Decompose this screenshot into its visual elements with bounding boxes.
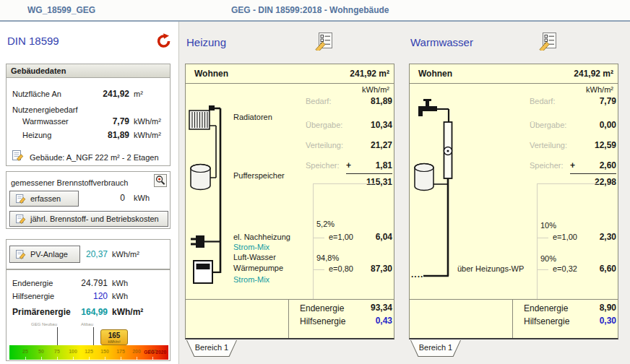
bracket-line bbox=[537, 183, 599, 184]
generator-share: 90% bbox=[540, 254, 556, 263]
fuel-unit: kWh bbox=[134, 194, 150, 202]
area-value: 241,92 bbox=[86, 89, 129, 99]
bracket-line bbox=[313, 183, 375, 184]
generator-carrier: Strom-Mix bbox=[233, 275, 269, 284]
title-bar: WG_18599_GEG GEG - DIN 18599:2018 - Wohn… bbox=[0, 0, 630, 22]
pv-unit: kWh/m² bbox=[112, 250, 139, 259]
dhw-panel: Wohnen 241,92 m² kWh/m² Bedarf: 7,79 Übe… bbox=[409, 64, 618, 339]
marker-old-line bbox=[93, 327, 94, 345]
bar-tick bbox=[57, 357, 58, 360]
bar-tick bbox=[25, 357, 26, 360]
dhw-zone-tab[interactable]: Bereich 1 bbox=[410, 340, 461, 357]
building-info[interactable]: Gebäude: A_NGF 222 m² - 2 Etagen bbox=[30, 153, 159, 162]
zone-area: 241,92 m² bbox=[574, 69, 613, 79]
emitter-label: Radiatoren bbox=[233, 113, 272, 121]
bedarf-value: 81,89 bbox=[346, 96, 392, 106]
main-window: WG_18599_GEG GEG - DIN 18599:2018 - Wohn… bbox=[0, 0, 630, 364]
pv-value: 20,37 bbox=[64, 249, 108, 259]
scale-tick: 125 bbox=[81, 349, 97, 354]
buffer-tank-icon bbox=[191, 165, 210, 190]
valve-icon bbox=[209, 105, 215, 110]
generator-value: 87,30 bbox=[346, 264, 392, 274]
generator-value: 6,60 bbox=[570, 264, 616, 274]
pipe-continuation-dots: .... bbox=[411, 269, 423, 280]
bracket-tick bbox=[313, 269, 324, 270]
bracket-tick bbox=[313, 238, 324, 238]
verteilung-label: Verteilung: bbox=[530, 141, 567, 150]
heat-pump-icon bbox=[194, 261, 220, 283]
speicher-value: 2,60 bbox=[570, 160, 616, 170]
scale-tick: 75 bbox=[49, 349, 65, 354]
bracket-tick bbox=[537, 269, 548, 270]
bracket-line bbox=[537, 183, 538, 299]
dhw-edit-icon[interactable] bbox=[539, 32, 558, 51]
primary-energy-label: Primärenergie bbox=[12, 307, 71, 317]
storage-tank-icon bbox=[415, 164, 433, 191]
sum-line bbox=[570, 173, 616, 174]
record-fuel-label: erfassen bbox=[30, 194, 61, 203]
totals-divider-v bbox=[512, 299, 513, 338]
costs-button[interactable]: jährl. Brennstoff- und Betriebskosten bbox=[9, 211, 168, 227]
speicher-value: 1,81 bbox=[346, 160, 392, 170]
preview-icon[interactable] bbox=[154, 174, 167, 187]
unit-header: kWh/m² bbox=[362, 85, 389, 94]
speicher-label: Speicher: bbox=[306, 161, 339, 170]
bedarf-value: 7,79 bbox=[570, 96, 616, 106]
heat-label: Heizung bbox=[22, 131, 51, 139]
scale-tick: 150 bbox=[97, 349, 113, 354]
uebergabe-value: 10,34 bbox=[346, 120, 392, 130]
pv-label: PV-Anlage bbox=[30, 250, 68, 259]
document-title: GEG - DIN 18599:2018 - Wohngebäude bbox=[231, 5, 389, 15]
generator-share: 94,8% bbox=[316, 254, 339, 262]
area-label: Nutzfläche An bbox=[12, 90, 61, 98]
heating-zone-tab[interactable]: Bereich 1 bbox=[186, 340, 237, 357]
zone-name: Wohnen bbox=[194, 69, 228, 79]
generator-name: el. Nachheizung bbox=[233, 233, 290, 241]
badge-unit: kWh/m² bbox=[101, 339, 127, 344]
uebergabe-label: Übergabe: bbox=[306, 121, 342, 129]
dhw-value: 7,79 bbox=[86, 116, 129, 126]
bracket-line bbox=[313, 183, 314, 299]
final-energy-value: 24.791 bbox=[64, 278, 108, 288]
generator-name2: Wärmepumpe bbox=[233, 264, 283, 272]
generator-share: 5,2% bbox=[316, 220, 335, 228]
sidebar-title: DIN 18599 bbox=[7, 35, 59, 47]
generator-share: 10% bbox=[540, 221, 556, 230]
unit-header: kWh/m² bbox=[586, 85, 613, 94]
pv-box: PV-Anlage 20,37 kWh/m² bbox=[6, 239, 171, 269]
bracket-tick bbox=[537, 238, 548, 238]
edit-building-icon[interactable] bbox=[12, 150, 25, 161]
primary-energy-badge: 165 kWh/m² bbox=[100, 329, 128, 345]
record-fuel-button[interactable]: erfassen bbox=[9, 191, 79, 207]
marker-old-label: Altbau bbox=[76, 322, 93, 326]
dhw-title: Warmwasser bbox=[410, 36, 473, 48]
scale-tick: 175 bbox=[113, 349, 129, 354]
heating-edit-icon[interactable] bbox=[315, 32, 334, 51]
verteilung-value: 21,27 bbox=[346, 140, 392, 150]
panel-final-label: Endenergie bbox=[524, 303, 568, 313]
scale-tick: 25 bbox=[17, 349, 33, 354]
speicher-label: Speicher: bbox=[530, 161, 563, 170]
zone-header: Wohnen 241,92 m² bbox=[410, 64, 618, 84]
refresh-icon[interactable] bbox=[156, 33, 172, 49]
sum-line bbox=[346, 173, 392, 174]
bar-tick bbox=[105, 357, 105, 360]
final-energy-unit: kWh bbox=[112, 279, 128, 287]
panel-final-value: 93,34 bbox=[346, 303, 392, 313]
uebergabe-value: 0,00 bbox=[570, 120, 616, 130]
dhw-zone-tab-label: Bereich 1 bbox=[411, 340, 460, 356]
needs-sum: 22,98 bbox=[570, 177, 616, 187]
marker-new-label: GEG Neubau bbox=[21, 322, 57, 326]
result-box: Endenergie 24.791 kWh Hilfsenergie 120 k… bbox=[6, 269, 171, 361]
fuel-box: gemessener Brennstoffverbrauch erfassen … bbox=[6, 171, 171, 229]
heat-value: 81,89 bbox=[86, 130, 129, 140]
generator-carrier: Strom-Mix bbox=[233, 243, 269, 251]
area-unit: m² bbox=[134, 90, 143, 98]
panel-final-label: Endenergie bbox=[300, 303, 344, 313]
generator-label: über Heizungs-WP bbox=[457, 264, 524, 273]
electric-plug-icon bbox=[191, 235, 220, 248]
primary-energy-unit: kWh/m² bbox=[112, 307, 143, 317]
verteilung-value: 12,59 bbox=[570, 140, 616, 150]
generator-value: 6,04 bbox=[346, 232, 392, 242]
scale-tick: 100 bbox=[65, 349, 81, 354]
